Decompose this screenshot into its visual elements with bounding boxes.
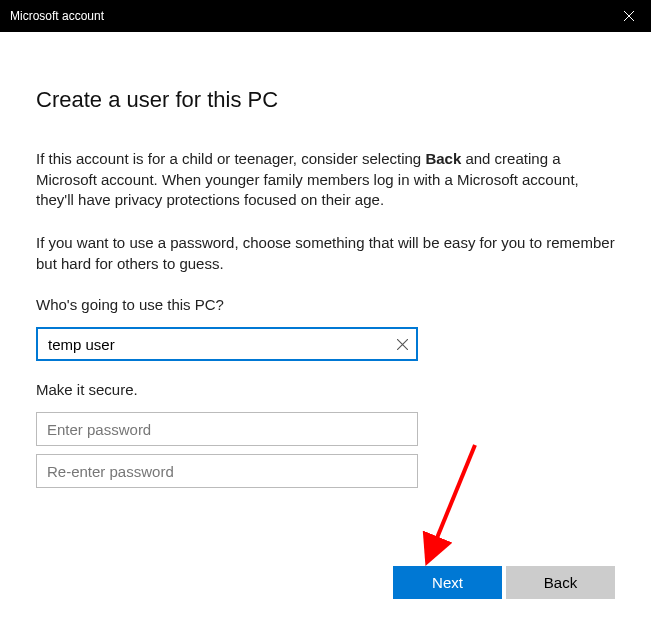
titlebar: Microsoft account [0,0,651,32]
dialog-footer: Next Back [393,566,615,599]
next-button[interactable]: Next [393,566,502,599]
username-label: Who's going to use this PC? [36,296,615,313]
password-confirm-input[interactable] [36,454,418,488]
password-input-wrap [36,412,418,446]
close-button[interactable] [606,0,651,32]
page-title: Create a user for this PC [36,87,615,113]
intro-paragraph: If this account is for a child or teenag… [36,149,615,211]
intro-text-bold: Back [425,150,461,167]
dialog-content: Create a user for this PC If this accoun… [0,32,651,488]
clear-input-button[interactable] [392,334,412,354]
secure-label: Make it secure. [36,381,615,398]
password-confirm-wrap [36,454,418,488]
password-input[interactable] [36,412,418,446]
window-title: Microsoft account [10,9,104,23]
close-icon [624,11,634,21]
clear-icon [397,339,408,350]
intro-text-pre: If this account is for a child or teenag… [36,150,425,167]
back-button[interactable]: Back [506,566,615,599]
password-paragraph: If you want to use a password, choose so… [36,233,615,274]
username-input[interactable] [36,327,418,361]
username-input-wrap [36,327,418,361]
